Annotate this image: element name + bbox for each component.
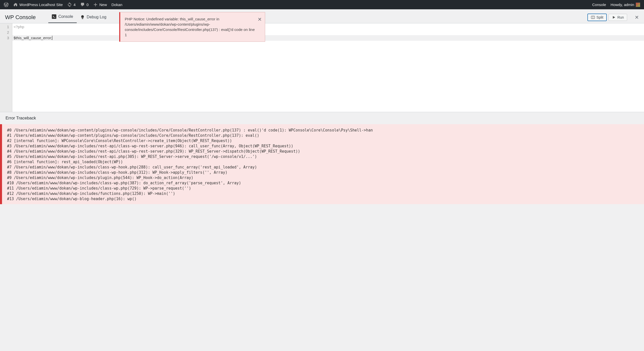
code-line-1: <?php	[14, 25, 24, 29]
code-editor[interactable]: 1 2 3 <?php $this_will_cause_error;	[0, 23, 644, 112]
console-topbar: WP Console Console Debug Log Split Run ✕	[0, 9, 644, 23]
wp-logo[interactable]	[4, 2, 9, 7]
wp-console-panel: WP Console Console Debug Log Split Run ✕…	[0, 9, 644, 204]
tab-debug-log[interactable]: Debug Log	[77, 12, 110, 23]
editor-gutter: 1 2 3	[0, 23, 12, 112]
tab-console[interactable]: Console	[48, 11, 77, 23]
split-label: Split	[596, 15, 603, 19]
console-link[interactable]: Console	[592, 3, 606, 7]
avatar	[636, 3, 640, 7]
tab-console-label: Console	[58, 14, 73, 19]
error-notice: PHP Notice: Undefined variable: this_wil…	[119, 12, 265, 42]
close-notice-button[interactable]: ✕	[258, 16, 262, 23]
split-button[interactable]: Split	[588, 14, 607, 21]
wp-admin-bar: WordPress Localhost Site 4 0 New Dokan C…	[0, 0, 644, 9]
traceback-title: Error Traceback	[0, 112, 644, 124]
error-notice-text: PHP Notice: Undefined variable: this_wil…	[125, 17, 255, 37]
editor-content[interactable]: <?php $this_will_cause_error;	[12, 23, 644, 112]
site-link[interactable]: WordPress Localhost Site	[13, 2, 63, 7]
run-button[interactable]: Run	[609, 14, 627, 21]
greeting-link[interactable]: Howdy, admin	[611, 3, 640, 7]
new-label: New	[99, 3, 107, 7]
run-label: Run	[617, 15, 624, 19]
new-link[interactable]: New	[93, 2, 107, 7]
svg-rect-0	[52, 14, 56, 19]
comments-link[interactable]: 0	[80, 2, 89, 7]
traceback-body: #0 /Users/ediamin/www/dokan/wp-content/p…	[0, 124, 644, 204]
tab-debug-label: Debug Log	[87, 15, 106, 19]
updates-count: 4	[73, 3, 75, 7]
dokan-link[interactable]: Dokan	[111, 3, 122, 7]
code-line-3: $this_will_cause_error;	[14, 36, 52, 40]
panel-title: WP Console	[5, 14, 36, 21]
close-panel-button[interactable]: ✕	[635, 14, 639, 20]
updates-link[interactable]: 4	[67, 2, 75, 7]
site-name: WordPress Localhost Site	[19, 3, 63, 7]
comments-count: 0	[87, 3, 89, 7]
greeting-text: Howdy, admin	[611, 3, 634, 7]
